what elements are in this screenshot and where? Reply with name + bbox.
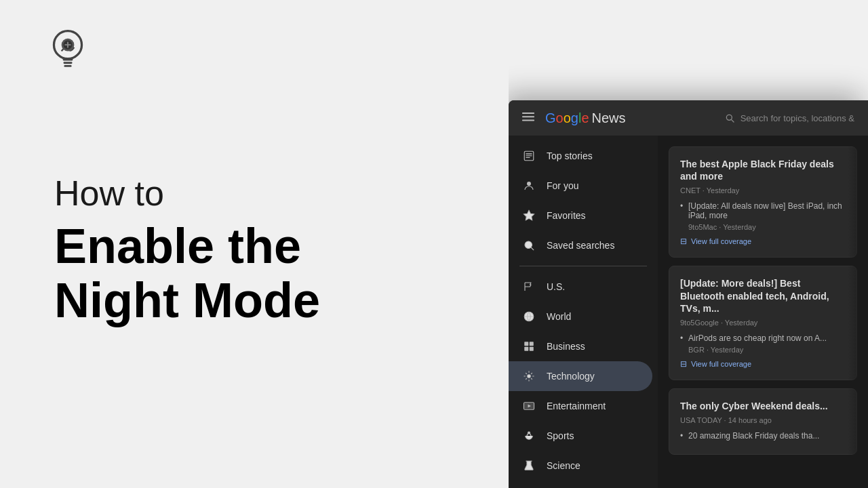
top-bar: Google News Search for topics, locations… bbox=[509, 100, 868, 136]
left-panel: How to Enable the Night Mode bbox=[0, 0, 509, 488]
svg-rect-8 bbox=[522, 119, 534, 121]
sidebar-item-health[interactable]: Health bbox=[509, 481, 652, 488]
world-label: World bbox=[547, 311, 571, 322]
star-icon bbox=[522, 209, 536, 222]
how-to-label: How to bbox=[54, 174, 468, 213]
sidebar-item-science[interactable]: Science bbox=[509, 451, 652, 481]
news-title-3: The only Cyber Weekend deals... bbox=[680, 400, 846, 412]
svg-rect-20 bbox=[530, 347, 534, 351]
menu-icon[interactable] bbox=[522, 110, 534, 126]
lightbulb-icon bbox=[47, 27, 88, 75]
right-panel: Google News Search for topics, locations… bbox=[509, 0, 868, 488]
technology-icon bbox=[522, 369, 536, 383]
night-mode-label: Night Mode bbox=[54, 274, 468, 327]
svg-rect-3 bbox=[64, 65, 71, 67]
news-bullet-source-1: 9to5Mac · Yesterday bbox=[680, 223, 846, 231]
globe-icon bbox=[522, 310, 536, 323]
favorites-label: Favorites bbox=[547, 210, 586, 221]
svg-point-15 bbox=[525, 241, 532, 249]
search-icon bbox=[724, 113, 735, 123]
news-bullet-1: [Update: All deals now live] Best iPad, … bbox=[680, 201, 846, 220]
svg-rect-19 bbox=[524, 347, 528, 351]
news-card-3[interactable]: The only Cyber Weekend deals... USA TODA… bbox=[669, 388, 857, 455]
tutorial-text: How to Enable the Night Mode bbox=[54, 174, 468, 327]
entertainment-label: Entertainment bbox=[547, 401, 606, 411]
coverage-icon-2: ⊟ bbox=[680, 359, 687, 369]
svg-rect-1 bbox=[63, 59, 73, 61]
news-card-1[interactable]: The best Apple Black Friday deals and mo… bbox=[669, 146, 857, 258]
main-content: Top stories For you Favorites bbox=[509, 136, 868, 488]
news-card-2[interactable]: [Update: More deals!] Best Bluetooth ena… bbox=[669, 266, 857, 380]
technology-label: Technology bbox=[547, 371, 595, 382]
science-icon bbox=[522, 459, 536, 472]
sidebar-item-world[interactable]: World bbox=[509, 302, 652, 331]
svg-point-13 bbox=[527, 182, 531, 186]
svg-marker-14 bbox=[524, 211, 534, 220]
news-source-1: CNET · Yesterday bbox=[680, 186, 846, 195]
news-bullet-2: AirPods are so cheap right now on A... bbox=[680, 333, 846, 343]
news-bullet-3: 20 amazing Black Friday deals tha... bbox=[680, 431, 846, 441]
view-coverage-2[interactable]: ⊟ View full coverage bbox=[680, 359, 846, 369]
science-label: Science bbox=[547, 460, 580, 471]
view-coverage-1[interactable]: ⊟ View full coverage bbox=[680, 237, 846, 246]
business-icon bbox=[522, 340, 536, 353]
person-icon bbox=[522, 179, 536, 192]
enable-label: Enable the bbox=[54, 220, 468, 273]
flag-icon bbox=[522, 280, 536, 293]
svg-rect-18 bbox=[530, 342, 534, 346]
sidebar-item-business[interactable]: Business bbox=[509, 331, 652, 361]
sidebar-item-for-you[interactable]: For you bbox=[509, 171, 652, 201]
newspaper-icon bbox=[522, 149, 536, 163]
news-title-1: The best Apple Black Friday deals and mo… bbox=[680, 158, 846, 182]
saved-searches-label: Saved searches bbox=[547, 240, 614, 251]
svg-point-21 bbox=[528, 375, 531, 378]
news-content: The best Apple Black Friday deals and mo… bbox=[658, 136, 868, 488]
sidebar-item-saved-searches[interactable]: Saved searches bbox=[509, 230, 652, 260]
news-title-2: [Update: More deals!] Best Bluetooth ena… bbox=[680, 277, 846, 314]
news-source-3: USA TODAY · 14 hours ago bbox=[680, 416, 846, 424]
news-label: News bbox=[592, 110, 626, 126]
sidebar-item-top-stories[interactable]: Top stories bbox=[509, 141, 652, 171]
svg-rect-6 bbox=[522, 113, 534, 114]
bg-overlay bbox=[509, 0, 868, 100]
svg-rect-2 bbox=[63, 62, 72, 64]
sports-icon bbox=[522, 429, 536, 443]
saved-search-icon bbox=[522, 239, 536, 252]
svg-rect-17 bbox=[524, 342, 528, 346]
sidebar: Top stories For you Favorites bbox=[509, 136, 658, 488]
us-label: U.S. bbox=[547, 281, 565, 292]
sidebar-divider bbox=[519, 266, 647, 266]
top-stories-label: Top stories bbox=[547, 150, 593, 161]
sidebar-item-us[interactable]: U.S. bbox=[509, 272, 652, 302]
sports-label: Sports bbox=[547, 430, 574, 441]
svg-rect-12 bbox=[526, 157, 530, 158]
news-source-2: 9to5Google · Yesterday bbox=[680, 319, 846, 327]
browser-window: Google News Search for topics, locations… bbox=[509, 100, 868, 488]
sidebar-item-favorites[interactable]: Favorites bbox=[509, 201, 652, 230]
sidebar-item-entertainment[interactable]: Entertainment bbox=[509, 391, 652, 421]
search-area[interactable]: Search for topics, locations & bbox=[724, 113, 854, 123]
logo-area bbox=[47, 27, 88, 75]
sidebar-item-sports[interactable]: Sports bbox=[509, 421, 652, 451]
news-bullet-source-2: BGR · Yesterday bbox=[680, 346, 846, 354]
entertainment-icon bbox=[522, 399, 536, 413]
svg-rect-7 bbox=[522, 116, 534, 117]
svg-rect-11 bbox=[526, 155, 532, 156]
business-label: Business bbox=[547, 341, 585, 352]
search-placeholder: Search for topics, locations & bbox=[741, 113, 854, 123]
google-news-logo: Google News bbox=[545, 110, 626, 126]
coverage-icon-1: ⊟ bbox=[680, 237, 687, 246]
sidebar-item-technology[interactable]: Technology bbox=[509, 361, 652, 391]
for-you-label: For you bbox=[547, 180, 578, 191]
svg-rect-10 bbox=[526, 153, 532, 155]
